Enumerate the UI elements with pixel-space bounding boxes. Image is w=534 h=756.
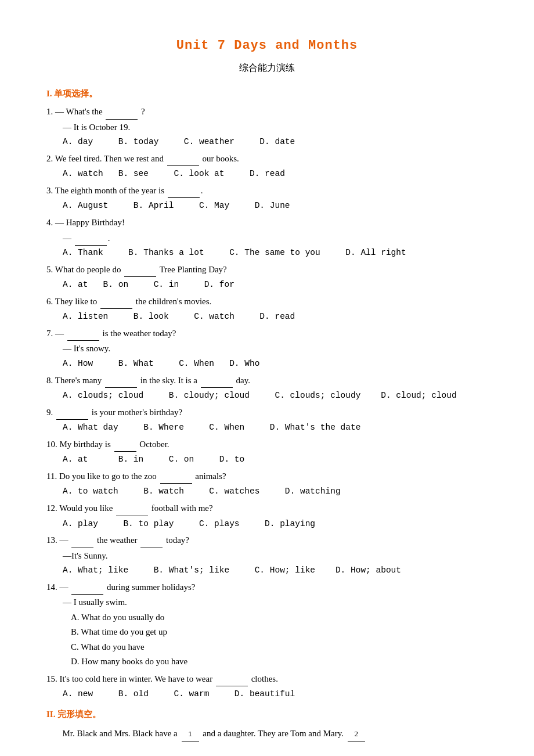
page-title: Unit 7 Days and Months — [46, 35, 488, 56]
question-14: 14. — during summer holidays? — I usuall… — [46, 580, 488, 669]
question-12: 12. Would you like football with me? A. … — [46, 501, 488, 531]
question-15: 15. It's too cold here in winter. We hav… — [46, 672, 488, 701]
question-8: 8. There's many in the sky. It is a day.… — [46, 373, 488, 403]
question-3: 3. The eighth month of the year is . A. … — [46, 183, 488, 213]
question-11: 11. Do you like to go to the zoo animals… — [46, 469, 488, 499]
question-4: 4. — Happy Birthday! — . A. Thank B. Tha… — [46, 215, 488, 260]
question-10: 10. My birthday is October. A. at B. in … — [46, 437, 488, 467]
question-2: 2. We feel tired. Then we rest and our b… — [46, 152, 488, 181]
question-5: 5. What do people do Tree Planting Day? … — [46, 262, 488, 292]
section2-title: II. 完形填空。 — [46, 707, 488, 722]
question-7: 7. — is the weather today? — It's snowy.… — [46, 326, 488, 371]
section2-text: Mr. Black and Mrs. Black have a 1 and a … — [58, 726, 488, 741]
section1-title: I. 单项选择。 — [46, 87, 488, 102]
question-9: 9. is your mother's birthday? A. What da… — [46, 405, 488, 435]
question-13: 13. — the weather today? —It's Sunny. A.… — [46, 533, 488, 578]
question-6: 6. They like to the children's movies. A… — [46, 294, 488, 324]
subtitle: 综合能力演练 — [46, 60, 488, 75]
question-1: 1. — What's the ? — It is October 19. A.… — [46, 105, 488, 149]
